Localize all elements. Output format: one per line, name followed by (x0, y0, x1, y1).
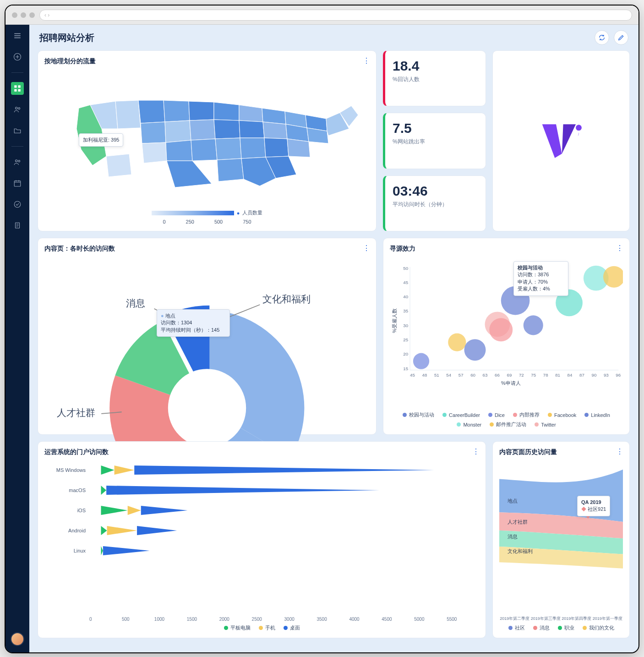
svg-marker-62 (101, 465, 115, 475)
svg-marker-64 (134, 465, 434, 475)
edit-button[interactable] (614, 30, 628, 45)
svg-marker-74 (103, 546, 150, 555)
url-bar[interactable]: ‹ › (39, 10, 632, 21)
svg-point-13 (168, 369, 246, 447)
svg-text:75: 75 (531, 372, 536, 378)
svg-text:63: 63 (483, 372, 488, 378)
svg-marker-73 (101, 546, 103, 555)
svg-point-7 (16, 160, 18, 162)
svg-marker-66 (106, 486, 379, 495)
svg-text:15: 15 (403, 366, 408, 371)
svg-text:78: 78 (543, 372, 548, 378)
people-icon[interactable] (11, 103, 24, 116)
svg-text:69: 69 (507, 372, 512, 378)
svg-marker-72 (137, 526, 177, 535)
team-icon[interactable] (11, 156, 24, 169)
svg-text:%申请人: %申请人 (501, 380, 521, 386)
svg-text:60: 60 (470, 372, 475, 378)
clipboard-icon[interactable] (11, 219, 24, 232)
svg-text:%受雇人数: %受雇人数 (392, 308, 397, 333)
svg-point-52 (413, 353, 429, 369)
svg-text:人才社群: 人才社群 (57, 407, 95, 418)
kpi-card: 18.4%回访人数 (383, 50, 486, 106)
bubble-legend: 校园与活动CareerBuilderDice内部推荐FacebookLinked… (390, 409, 623, 428)
donut-card: 内容页：各时长的访问数 ⋮ 消息 (38, 238, 377, 435)
card-menu-icon[interactable]: ⋮ (616, 244, 624, 252)
svg-rect-3 (14, 89, 16, 92)
svg-point-8 (18, 160, 20, 162)
svg-point-54 (464, 339, 486, 361)
svg-text:35: 35 (403, 308, 408, 313)
add-icon[interactable] (11, 50, 24, 63)
card-menu-icon[interactable]: ⋮ (472, 447, 480, 456)
svg-point-56 (489, 318, 513, 341)
bars-card: 运营系统的门户访问数 ⋮ MS WindowsmacOSiOSAndroidLi… (38, 441, 486, 638)
svg-rect-4 (18, 89, 21, 92)
bars-legend: 平板电脑手机桌面 (44, 622, 479, 631)
dashboard-icon[interactable] (11, 82, 24, 95)
check-icon[interactable] (11, 198, 24, 211)
area-tooltip: QA 2019 ◆ 社区921 (577, 496, 610, 516)
area-legend: 社区消息职业我们的文化 (499, 622, 623, 631)
svg-marker-68 (128, 506, 141, 515)
bubble-tooltip: 校园与活动 访问数：3876 申请人：70% 受雇人数：4% (513, 261, 568, 296)
svg-text:57: 57 (458, 372, 464, 378)
svg-text:30: 30 (403, 323, 408, 328)
sidebar (5, 25, 29, 652)
svg-text:81: 81 (555, 372, 560, 378)
svg-marker-65 (101, 486, 107, 495)
svg-text:93: 93 (604, 372, 609, 378)
svg-text:54: 54 (446, 372, 451, 378)
map-card: 按地理划分的流量 ⋮ (38, 50, 377, 231)
folder-icon[interactable] (11, 124, 24, 137)
svg-text:文化和福利: 文化和福利 (262, 294, 311, 305)
svg-text:87: 87 (579, 372, 584, 378)
svg-text:66: 66 (495, 372, 500, 378)
map-tooltip: 加利福尼亚: 395 (79, 133, 123, 147)
donut-tooltip: ● 地点 访问数：1304 平均持续时间（秒）：145 (157, 309, 230, 337)
svg-text:45: 45 (410, 372, 415, 378)
svg-marker-69 (141, 506, 188, 515)
refresh-button[interactable] (595, 30, 609, 45)
svg-marker-67 (101, 506, 128, 515)
svg-marker-63 (115, 465, 135, 475)
svg-marker-71 (107, 526, 137, 535)
svg-text:25: 25 (403, 337, 408, 342)
svg-text:消息: 消息 (126, 298, 145, 309)
card-menu-icon[interactable]: ⋮ (363, 56, 371, 65)
calendar-icon[interactable] (11, 177, 24, 190)
svg-rect-9 (14, 181, 21, 186)
user-avatar[interactable] (11, 632, 24, 646)
svg-text:96: 96 (616, 372, 621, 378)
svg-point-58 (524, 315, 543, 335)
svg-text:20: 20 (403, 351, 408, 356)
svg-text:84: 84 (568, 372, 573, 378)
page-title: 招聘网站分析 (39, 32, 94, 44)
brand-logo-icon (536, 116, 586, 166)
svg-text:40: 40 (403, 294, 408, 299)
card-menu-icon[interactable]: ⋮ (616, 447, 624, 456)
svg-text:72: 72 (519, 372, 524, 378)
svg-text:90: 90 (591, 372, 596, 378)
svg-rect-1 (14, 85, 16, 88)
kpi-card: 03:46平均访问时长（分钟） (383, 175, 486, 231)
browser-titlebar: ‹ › (5, 5, 639, 25)
svg-point-12 (576, 125, 582, 131)
logo-card (492, 50, 630, 231)
svg-point-53 (448, 334, 466, 351)
card-menu-icon[interactable]: ⋮ (363, 244, 371, 252)
svg-rect-2 (18, 85, 21, 88)
kpi-card: 7.5%网站跳出率 (383, 113, 486, 169)
svg-marker-70 (101, 526, 107, 535)
svg-point-10 (14, 201, 21, 208)
menu-icon[interactable] (11, 29, 24, 42)
svg-point-5 (16, 107, 18, 110)
bubble-card: 寻源效力 ⋮ 152025 303540 4550 454851 545760 (383, 238, 630, 435)
svg-text:50: 50 (403, 266, 408, 271)
kpi-column: 18.4%回访人数 7.5%网站跳出率 03:46平均访问时长（分钟） (383, 50, 486, 231)
svg-point-6 (18, 108, 20, 110)
area-card: 内容页面历史访问量 ⋮ 地点 人才社群 消息 文化和福利 (492, 441, 630, 638)
svg-text:45: 45 (403, 280, 408, 285)
svg-text:51: 51 (434, 372, 439, 378)
svg-text:48: 48 (422, 372, 427, 378)
